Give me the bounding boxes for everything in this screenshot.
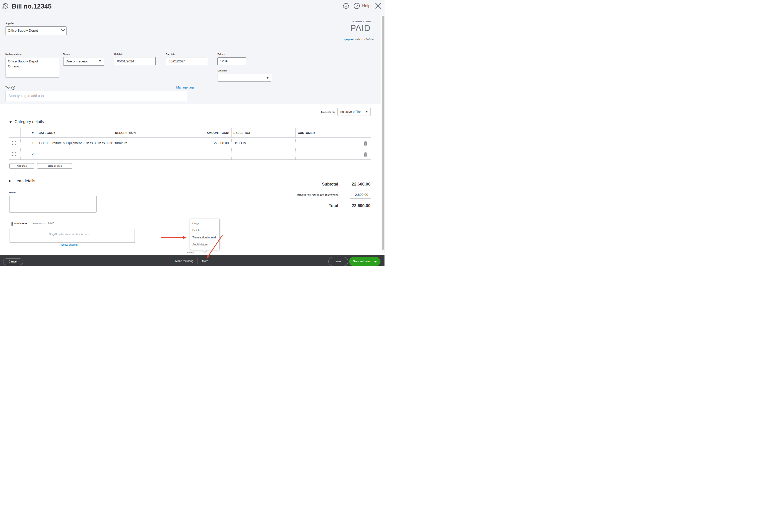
svg-text:?: ? (13, 86, 14, 89)
svg-text:?: ? (356, 4, 358, 8)
